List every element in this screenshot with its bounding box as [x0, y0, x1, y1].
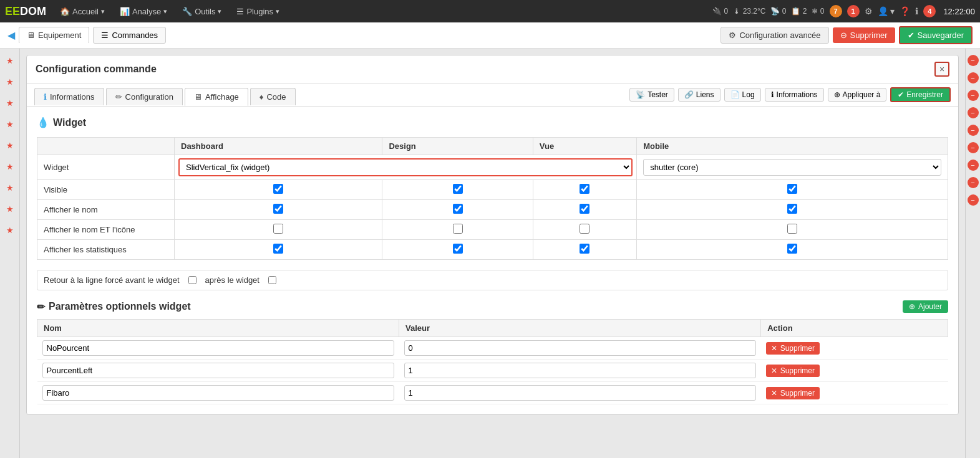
tab-informations[interactable]: ℹ Informations: [34, 88, 104, 105]
afficher-icone-dashboard-cb[interactable]: [273, 224, 283, 234]
retour-apres-cb[interactable]: [268, 276, 276, 284]
afficher-stats-design-cell: [382, 240, 533, 260]
visible-dashboard-cb[interactable]: [273, 184, 283, 194]
droplet-icon: 💧: [37, 117, 49, 128]
sidebar-left-item[interactable]: ★: [0, 72, 19, 91]
tools-icon: 🔧: [182, 7, 192, 16]
afficher-icone-vue-cell: [533, 220, 636, 240]
supprimer-param-0-button[interactable]: ✕ Supprimer: [766, 342, 820, 355]
config-avancee-button[interactable]: ⚙ Configuration avancée: [720, 27, 828, 44]
rss-icon: 📡: [636, 90, 645, 99]
param-nom-input-1[interactable]: [42, 363, 394, 378]
sidebar-right-btn-3[interactable]: −: [968, 90, 979, 101]
back-icon[interactable]: ◀: [7, 29, 15, 41]
tab-commandes[interactable]: ☰ Commandes: [93, 27, 166, 44]
afficher-nom-vue-cb[interactable]: [580, 204, 589, 214]
afficher-nom-mobile-cb[interactable]: [787, 204, 797, 214]
afficher-stats-dashboard-cb[interactable]: [273, 244, 283, 254]
badge-red[interactable]: 1: [847, 5, 860, 17]
sauvegarder-button[interactable]: ✔ Sauvegarder: [899, 26, 973, 44]
sidebar-right-btn-6[interactable]: −: [968, 142, 979, 153]
config-panel: Configuration commande × ℹ Informations …: [26, 55, 959, 415]
col-header-dashboard: Dashboard: [175, 138, 382, 155]
log-button[interactable]: 📄 Log: [724, 88, 761, 102]
afficher-stats-vue-cb[interactable]: [580, 244, 589, 254]
nav-outils[interactable]: 🔧 Outils ▾: [176, 4, 228, 19]
close-button[interactable]: ×: [934, 62, 949, 77]
times-icon: ✕: [771, 389, 777, 398]
afficher-stats-design-cb[interactable]: [453, 244, 463, 254]
file-icon: 📄: [730, 90, 740, 99]
sidebar-left-item[interactable]: ★: [0, 178, 19, 197]
sidebar-right-btn-8[interactable]: −: [968, 177, 979, 188]
plus2-icon: ⊕: [909, 302, 915, 311]
visible-vue-cb[interactable]: [580, 184, 589, 194]
widget-dashboard-cell: SlidVertical_fix (widget) default (core): [175, 155, 637, 180]
liens-button[interactable]: 🔗 Liens: [678, 88, 720, 102]
col-header-empty: [37, 138, 175, 155]
tab-affichage[interactable]: 🖥 Affichage: [185, 88, 248, 106]
sidebar-left-item[interactable]: ★: [0, 93, 19, 112]
informations-tab-button[interactable]: ℹ Informations: [765, 88, 824, 102]
afficher-nom-design-cb[interactable]: [453, 204, 463, 214]
supprimer-button[interactable]: ⊖ Supprimer: [833, 27, 895, 43]
param-nom-cell-2: [37, 382, 399, 404]
sidebar-left-item[interactable]: ★: [0, 136, 19, 155]
params-table: Nom Valeur Action ✕ Suppri: [37, 319, 948, 404]
sidebar-right-btn-9[interactable]: −: [968, 194, 979, 206]
info-icon[interactable]: ℹ: [915, 6, 918, 16]
sidebar-left-item[interactable]: ★: [0, 51, 19, 70]
sidebar-right-btn-2[interactable]: −: [968, 72, 979, 83]
sidebar-left-item[interactable]: ★: [0, 157, 19, 176]
supprimer-param-1-button[interactable]: ✕ Supprimer: [766, 365, 820, 377]
param-valeur-input-2[interactable]: [404, 385, 756, 401]
badge-orange[interactable]: 7: [830, 5, 842, 17]
sidebar-left-item[interactable]: ★: [0, 221, 19, 239]
nav-analyse[interactable]: 📊 Analyse ▾: [114, 4, 173, 19]
nav-plugins[interactable]: ☰ Plugins ▾: [230, 4, 286, 19]
param-nom-input-2[interactable]: [42, 385, 394, 401]
panel-title: Configuration commande: [36, 64, 157, 75]
nav-accueil[interactable]: 🏠 Accueil ▾: [54, 4, 111, 19]
col-header-design: Design: [382, 138, 533, 155]
home-icon: 🏠: [60, 7, 70, 16]
afficher-stats-mobile-cb[interactable]: [787, 244, 797, 254]
sun-icon: ❄ 0: [812, 7, 824, 16]
tab-configuration[interactable]: ✏ Configuration: [106, 88, 183, 105]
widget-mobile-select[interactable]: shutter (core) default (core): [643, 159, 941, 176]
gear-icon[interactable]: ⚙: [865, 6, 873, 16]
sidebar-left-item[interactable]: ★: [0, 199, 19, 218]
table-row: ✕ Supprimer: [37, 382, 948, 404]
afficher-icone-mobile-cb[interactable]: [787, 224, 797, 234]
widget-dashboard-select[interactable]: SlidVertical_fix (widget) default (core): [180, 160, 631, 175]
afficher-icone-design-cell: [382, 220, 533, 240]
screen-icon: 🖥: [27, 31, 35, 40]
ajouter-button[interactable]: ⊕ Ajouter: [903, 300, 948, 313]
visible-design-cb[interactable]: [453, 184, 463, 194]
afficher-icone-vue-cb[interactable]: [580, 224, 589, 234]
param-nom-input-0[interactable]: [42, 340, 394, 356]
supprimer-param-2-button[interactable]: ✕ Supprimer: [766, 387, 820, 399]
tab-code[interactable]: ♦ Code: [250, 88, 296, 105]
panel-body: 💧 Widget Dashboard Design Vue Mobile: [27, 107, 958, 414]
visible-mobile-cb[interactable]: [787, 184, 797, 194]
sidebar-right-btn-5[interactable]: −: [968, 125, 979, 136]
afficher-nom-dashboard-cb[interactable]: [273, 204, 283, 214]
param-valeur-input-1[interactable]: [404, 363, 756, 378]
user-icon[interactable]: 👤 ▾: [878, 6, 895, 16]
afficher-stats-dashboard-cell: [175, 240, 382, 260]
right-sidebar: − − − − − − − − −: [965, 49, 980, 458]
col-valeur: Valeur: [399, 320, 761, 337]
param-valeur-input-0[interactable]: [404, 340, 756, 356]
tab-equipement[interactable]: 🖥 Equipement: [19, 27, 89, 44]
enregistrer-button[interactable]: ✔ Enregistrer: [890, 87, 951, 102]
afficher-icone-design-cb[interactable]: [453, 224, 463, 234]
sidebar-right-btn-1[interactable]: −: [968, 55, 979, 66]
sidebar-left-item[interactable]: ★: [0, 115, 19, 133]
sidebar-right-btn-4[interactable]: −: [968, 107, 979, 118]
retour-avant-cb[interactable]: [188, 276, 196, 284]
tester-button[interactable]: 📡 Tester: [629, 88, 674, 102]
appliquer-button[interactable]: ⊕ Appliquer à: [828, 88, 887, 102]
question-icon[interactable]: ❓: [900, 6, 910, 16]
sidebar-right-btn-7[interactable]: −: [968, 160, 979, 171]
